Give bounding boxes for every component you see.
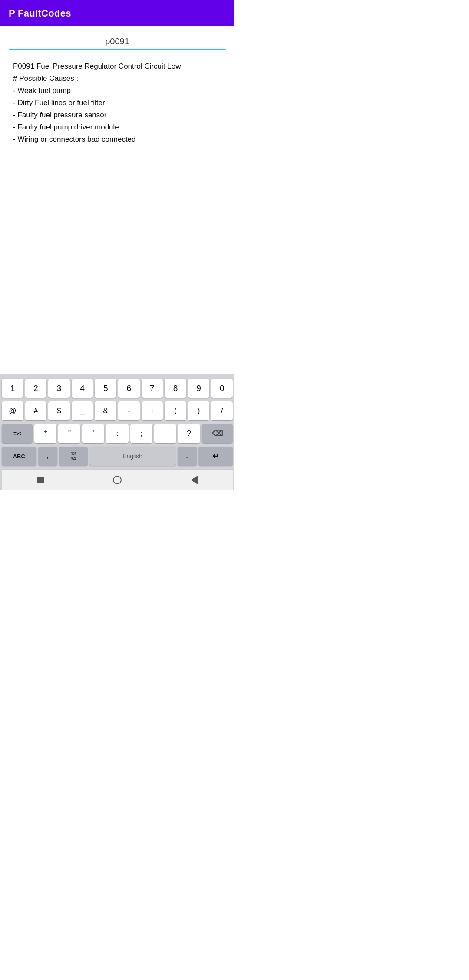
- key-7[interactable]: 7: [142, 379, 163, 398]
- search-input[interactable]: [9, 36, 226, 50]
- key-space-english[interactable]: English: [89, 447, 176, 466]
- key-single-quote[interactable]: ': [82, 424, 104, 443]
- keyboard: 1 2 3 4 5 6 7 8 9 0 @ # $ _ & - + ( ) / …: [0, 374, 234, 490]
- search-area: [0, 26, 234, 50]
- key-at[interactable]: @: [2, 401, 23, 420]
- keyboard-symbol-row-2: =\< * " ' : ; ! ? ⌫: [2, 424, 233, 443]
- key-3[interactable]: 3: [48, 379, 70, 398]
- key-enter[interactable]: ↵: [198, 447, 233, 466]
- backspace-key[interactable]: ⌫: [202, 424, 233, 443]
- key-close-paren[interactable]: ): [188, 401, 210, 420]
- key-equals-backslash[interactable]: =\<: [2, 424, 33, 443]
- key-slash[interactable]: /: [211, 401, 233, 420]
- app-title: P FaultCodes: [9, 8, 71, 19]
- key-question[interactable]: ?: [178, 424, 200, 443]
- key-abc[interactable]: ABC: [2, 447, 36, 466]
- square-icon: [37, 477, 44, 483]
- key-underscore[interactable]: _: [72, 401, 93, 420]
- key-1234[interactable]: 12 34: [59, 447, 88, 466]
- key-plus[interactable]: +: [142, 401, 163, 420]
- key-period[interactable]: .: [178, 447, 197, 466]
- key-9[interactable]: 9: [188, 379, 210, 398]
- key-ampersand[interactable]: &: [95, 401, 116, 420]
- key-5[interactable]: 5: [95, 379, 116, 398]
- key-comma[interactable]: ,: [38, 447, 57, 466]
- key-exclamation[interactable]: !: [154, 424, 176, 443]
- keyboard-bottom-row: ABC , 12 34 English . ↵: [2, 447, 233, 466]
- key-double-quote[interactable]: ": [58, 424, 80, 443]
- key-hash[interactable]: #: [25, 401, 47, 420]
- nav-bar: [2, 469, 233, 490]
- key-semicolon[interactable]: ;: [130, 424, 152, 443]
- key-dollar[interactable]: $: [48, 401, 70, 420]
- key-colon[interactable]: :: [106, 424, 128, 443]
- key-2[interactable]: 2: [25, 379, 47, 398]
- key-4[interactable]: 4: [72, 379, 93, 398]
- fault-code-result: P0091 Fuel Pressure Regulator Control Ci…: [13, 60, 221, 146]
- keyboard-number-row: 1 2 3 4 5 6 7 8 9 0: [2, 379, 233, 398]
- nav-back-button[interactable]: [186, 472, 202, 488]
- triangle-icon: [191, 476, 198, 484]
- nav-recent-apps-button[interactable]: [33, 472, 48, 488]
- circle-icon: [113, 476, 122, 484]
- key-6[interactable]: 6: [118, 379, 140, 398]
- key-8[interactable]: 8: [165, 379, 186, 398]
- key-1[interactable]: 1: [2, 379, 23, 398]
- results-area: P0091 Fuel Pressure Regulator Control Ci…: [0, 50, 234, 154]
- backspace-icon: ⌫: [212, 429, 223, 438]
- key-minus[interactable]: -: [118, 401, 140, 420]
- key-asterisk[interactable]: *: [34, 424, 56, 443]
- nav-home-button[interactable]: [109, 472, 125, 488]
- app-header: P FaultCodes: [0, 0, 234, 26]
- keyboard-symbol-row-1: @ # $ _ & - + ( ) /: [2, 401, 233, 420]
- key-open-paren[interactable]: (: [165, 401, 186, 420]
- key-0[interactable]: 0: [211, 379, 233, 398]
